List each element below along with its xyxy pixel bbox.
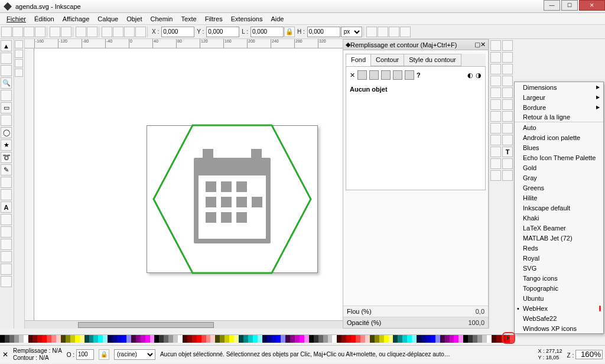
menu-file[interactable]: Fichier <box>2 14 30 24</box>
menu-path[interactable]: Chemin <box>146 14 177 24</box>
paint-linear-icon[interactable] <box>369 70 379 80</box>
paint-radial-icon[interactable] <box>381 70 391 80</box>
palette-android[interactable]: Android icon palette <box>515 132 603 142</box>
palette-swatch[interactable] <box>258 335 262 343</box>
palette-swatch[interactable] <box>206 335 211 343</box>
measure-tool[interactable] <box>1 90 12 101</box>
cmd-save[interactable] <box>490 52 501 63</box>
pen-tool[interactable] <box>1 177 12 188</box>
palette-menu-button[interactable] <box>502 332 515 344</box>
text-tool[interactable]: A <box>1 202 12 213</box>
paint-none-icon[interactable]: ✕ <box>350 72 355 79</box>
snap-node[interactable] <box>15 59 23 67</box>
palette-swatch[interactable] <box>164 335 168 343</box>
tool-flip-v[interactable] <box>87 27 97 37</box>
palette-swatch[interactable] <box>412 335 417 343</box>
palette-swatch[interactable] <box>47 335 51 343</box>
paint-swatch-icon[interactable] <box>405 70 414 80</box>
palette-swatch[interactable] <box>417 335 421 343</box>
palette-swatch[interactable] <box>28 335 33 343</box>
palette-swatch[interactable] <box>75 335 80 343</box>
palette-greens[interactable]: Greens <box>515 183 603 193</box>
tool-flip-h[interactable] <box>76 27 86 37</box>
tool-coord-a[interactable] <box>1 27 12 37</box>
cmd-undo[interactable] <box>490 76 501 86</box>
blur-value[interactable]: 0,0 <box>476 308 484 315</box>
status-stroke-value[interactable]: N/A <box>39 355 49 361</box>
palette-swatch[interactable] <box>89 335 94 343</box>
minimize-button[interactable]: — <box>544 0 560 11</box>
palette-swatch[interactable] <box>173 335 178 343</box>
palette-swatch[interactable] <box>314 335 318 343</box>
color-palette[interactable] <box>0 334 515 343</box>
unit-select[interactable]: px <box>341 27 362 37</box>
palette-swatch[interactable] <box>192 335 197 343</box>
palette-swatch[interactable] <box>262 335 267 343</box>
zoom-tool[interactable]: 🔍 <box>1 77 12 89</box>
palette-swatch[interactable] <box>468 335 473 343</box>
y-input[interactable] <box>206 27 239 37</box>
palette-swatch[interactable] <box>201 335 206 343</box>
palette-websafe22[interactable]: WebSafe22 <box>515 313 603 323</box>
palette-swatch[interactable] <box>323 335 328 343</box>
status-close-icon[interactable]: ✕ <box>2 350 8 359</box>
palette-swatch[interactable] <box>122 335 126 343</box>
palette-swatch[interactable] <box>389 335 393 343</box>
cmd-cut[interactable] <box>490 99 501 110</box>
tool-coord-c[interactable] <box>24 27 34 37</box>
calligraphy-tool[interactable] <box>1 189 12 200</box>
tool-bottom[interactable] <box>135 27 146 37</box>
palette-khaki[interactable]: Khaki <box>515 213 603 223</box>
menu-filters[interactable]: Filtres <box>201 14 227 24</box>
cmd-open[interactable] <box>502 40 513 51</box>
cmd-prefs[interactable] <box>490 170 501 181</box>
palette-swatch[interactable] <box>431 335 435 343</box>
node-tool[interactable] <box>1 53 12 64</box>
palette-swatch[interactable] <box>295 335 300 343</box>
spray-tool[interactable] <box>1 214 12 225</box>
paint-pattern-icon[interactable] <box>393 70 402 80</box>
tool-rotate-right[interactable] <box>61 27 71 37</box>
menu-width[interactable]: Largeur▶ <box>515 92 603 102</box>
palette-swatch[interactable] <box>496 335 501 343</box>
palette-swatch[interactable] <box>337 335 341 343</box>
palette-inkscape-default[interactable]: Inkscape default <box>515 203 603 213</box>
palette-swatch[interactable] <box>253 335 258 343</box>
cmd-zoom-fit[interactable] <box>502 99 513 110</box>
palette-swatch[interactable] <box>477 335 482 343</box>
palette-swatch[interactable] <box>42 335 47 343</box>
menu-dimensions[interactable]: Dimensions▶ <box>515 82 603 92</box>
palette-swatch[interactable] <box>421 335 426 343</box>
palette-swatch[interactable] <box>450 335 454 343</box>
h-input[interactable] <box>307 27 340 37</box>
palette-swatch[interactable] <box>131 335 136 343</box>
affect-rotate[interactable] <box>389 27 399 37</box>
palette-tango[interactable]: Tango icons <box>515 273 603 283</box>
palette-swatch[interactable] <box>328 335 333 343</box>
palette-swatch[interactable] <box>318 335 323 343</box>
3dbox-tool[interactable] <box>1 115 12 126</box>
palette-echo[interactable]: Echo Icon Theme Palette <box>515 152 603 162</box>
palette-svg[interactable]: SVG <box>515 263 603 273</box>
tool-lower[interactable] <box>113 27 123 37</box>
palette-swatch[interactable] <box>346 335 351 343</box>
pencil-tool[interactable]: ✎ <box>1 164 12 176</box>
palette-swatch[interactable] <box>103 335 108 343</box>
star-tool[interactable]: ★ <box>1 139 12 151</box>
affect-scale[interactable] <box>378 27 388 37</box>
palette-swatch[interactable] <box>19 335 24 343</box>
palette-swatch[interactable] <box>379 335 384 343</box>
palette-swatch[interactable] <box>126 335 131 343</box>
palette-swatch[interactable] <box>370 335 375 343</box>
cmd-export[interactable] <box>502 64 513 74</box>
palette-swatch[interactable] <box>56 335 61 343</box>
palette-swatch[interactable] <box>435 335 440 343</box>
palette-swatch[interactable] <box>360 335 365 343</box>
bucket-tool[interactable] <box>1 239 12 250</box>
palette-swatch[interactable] <box>290 335 295 343</box>
palette-swatch[interactable] <box>309 335 314 343</box>
palette-swatch[interactable] <box>239 335 243 343</box>
palette-swatch[interactable] <box>215 335 220 343</box>
palette-royal[interactable]: Royal <box>515 253 603 263</box>
palette-swatch[interactable] <box>150 335 155 343</box>
